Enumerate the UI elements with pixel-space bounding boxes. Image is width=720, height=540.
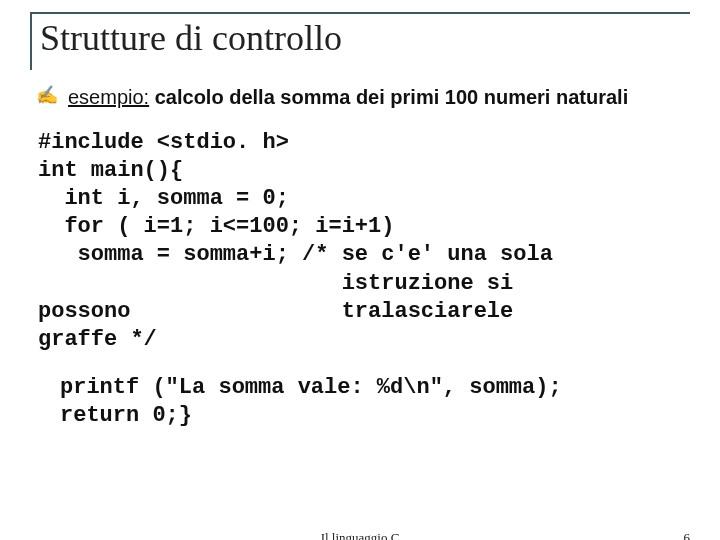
slide: Strutture di controllo ✍ esempio: calcol… [0,0,720,540]
code-block-1: #include <stdio. h> int main(){ int i, s… [38,129,684,354]
bullet-underlined: esempio: [68,86,149,108]
title-wrap: Strutture di controllo [30,12,690,70]
page-title: Strutture di controllo [40,20,690,58]
bullet-text: esempio: calcolo della somma dei primi 1… [68,84,628,111]
footer-page-number: 6 [684,530,691,540]
footer-center: Il linguaggio C [321,530,400,540]
code-block-2: printf ("La somma vale: %d\n", somma); r… [60,374,684,430]
hand-write-icon: ✍ [36,84,58,107]
slide-body: ✍ esempio: calcolo della somma dei primi… [30,84,690,431]
bullet-row: ✍ esempio: calcolo della somma dei primi… [36,84,684,111]
bullet-rest: calcolo della somma dei primi 100 numeri… [149,86,628,108]
